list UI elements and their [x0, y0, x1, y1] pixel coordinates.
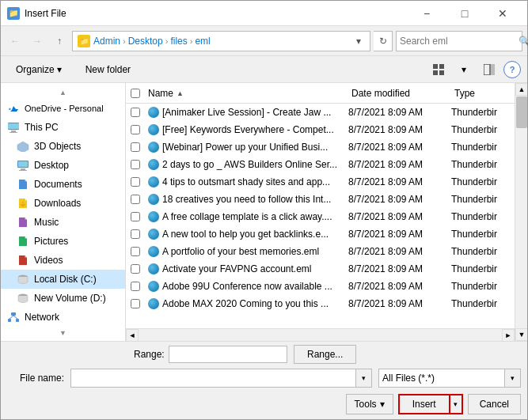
file-date-6: 8/7/2021 8:09 AM	[348, 211, 451, 222]
view-options-button[interactable]	[427, 59, 450, 80]
range-button[interactable]: Range...	[294, 345, 356, 364]
svg-rect-4	[484, 64, 490, 75]
svg-rect-7	[8, 123, 19, 129]
scroll-thumb[interactable]	[516, 96, 527, 128]
breadcrumb-eml[interactable]: eml	[195, 36, 210, 47]
sidebar-item-videos[interactable]: Videos	[1, 251, 125, 270]
sidebar-item-thispc[interactable]: This PC	[1, 118, 125, 137]
sidebar-item-network[interactable]: Network	[1, 308, 125, 327]
cancel-button[interactable]: Cancel	[468, 394, 521, 414]
filename-dropdown-button[interactable]: ▾	[356, 369, 372, 388]
row-checkbox-7[interactable]	[126, 229, 145, 239]
breadcrumb-files[interactable]: files	[170, 36, 187, 47]
col-date-header[interactable]: Date modified	[348, 88, 451, 99]
row-checkbox-9[interactable]	[126, 264, 145, 274]
organize-button[interactable]: Organize ▾	[7, 59, 70, 80]
table-row[interactable]: A free collage template is a click away.…	[126, 208, 515, 225]
scroll-left-button[interactable]: ◄	[126, 329, 139, 342]
table-row[interactable]: Adobe MAX 2020 Coming to you this ... 8/…	[126, 295, 515, 312]
breadcrumb-dropdown[interactable]: ▾	[352, 32, 365, 51]
sidebar-item-onedrive[interactable]: OneDrive - Personal	[1, 99, 125, 118]
row-checkbox-3[interactable]	[126, 160, 145, 169]
select-all-checkbox[interactable]	[131, 89, 140, 98]
scroll-up-button[interactable]: ▲	[515, 83, 527, 96]
col-type-header[interactable]: Type	[451, 88, 515, 99]
file-type-3: Thunderbir	[451, 159, 515, 170]
table-row[interactable]: 18 creatives you need to follow this Int…	[126, 191, 515, 208]
sidebar-scroll-down[interactable]: ▼	[1, 327, 125, 339]
sidebar-item-music[interactable]: Music	[1, 213, 125, 232]
row-checkbox-8[interactable]	[126, 247, 145, 256]
maximize-button[interactable]: □	[446, 1, 483, 26]
insert-button-group: Insert ▾	[398, 394, 463, 414]
sidebar-item-3dobjects[interactable]: 3D Objects	[1, 137, 125, 156]
row-checkbox-1[interactable]	[126, 125, 145, 134]
filetype-display[interactable]: All Files (*.*)	[378, 369, 505, 388]
svg-rect-0	[433, 64, 438, 69]
table-row[interactable]: [Free] Keywords Everywhere - Compet... 8…	[126, 121, 515, 138]
sidebar-scroll-up[interactable]: ▲	[1, 86, 125, 99]
organize-label: Organize	[16, 64, 55, 75]
forward-button[interactable]: →	[28, 32, 47, 51]
help-button[interactable]: ?	[503, 61, 521, 78]
filename-input[interactable]	[70, 369, 356, 388]
refresh-button[interactable]: ↻	[374, 31, 393, 51]
breadcrumb-bar[interactable]: 📁 Admin › Desktop › files › eml ▾	[72, 31, 370, 51]
row-checkbox-10[interactable]	[126, 282, 145, 291]
new-folder-button[interactable]: New folder	[77, 59, 139, 80]
file-name-9: Activate your FAVPNG account.eml	[159, 263, 348, 274]
close-button[interactable]: ✕	[484, 1, 521, 26]
file-name-7: A new tool to help you get backlinks.e..…	[159, 229, 348, 240]
col-name-header[interactable]: Name ▲	[145, 88, 348, 99]
row-checkbox-5[interactable]	[126, 195, 145, 204]
breadcrumb-desktop[interactable]: Desktop	[128, 36, 163, 47]
insert-dropdown-button[interactable]: ▾	[449, 394, 463, 414]
table-row[interactable]: Activate your FAVPNG account.eml 8/7/202…	[126, 260, 515, 278]
row-checkbox-2[interactable]	[126, 142, 145, 152]
scroll-right-button[interactable]: ►	[502, 329, 515, 342]
row-checkbox-6[interactable]	[126, 212, 145, 221]
insert-button[interactable]: Insert	[398, 394, 449, 414]
table-row[interactable]: A portfolio of your best memories.eml 8/…	[126, 243, 515, 260]
horizontal-scrollbar[interactable]: ◄ ►	[126, 328, 515, 341]
file-list[interactable]: [Animaker Live Session] - Create Jaw ...…	[126, 104, 515, 328]
sidebar-item-documents[interactable]: Documents	[1, 175, 125, 194]
vertical-scrollbar[interactable]: ▲ ▼	[515, 83, 527, 341]
svg-rect-16	[11, 312, 16, 316]
preview-pane-button[interactable]	[478, 59, 500, 80]
up-button[interactable]: ↑	[50, 32, 69, 51]
search-icon[interactable]: 🔍	[519, 36, 528, 47]
file-area-wrapper: Name ▲ Date modified Type [Animaker	[126, 83, 527, 341]
sidebar-item-downloads[interactable]: Downloads	[1, 194, 125, 213]
file-icon-8	[148, 246, 159, 257]
filetype-dropdown-button[interactable]: ▾	[505, 369, 521, 388]
file-icon-4	[148, 176, 159, 187]
tools-button[interactable]: Tools ▾	[346, 394, 393, 414]
table-row[interactable]: Adobe 99U Conference now available ... 8…	[126, 278, 515, 295]
row-checkbox-11[interactable]	[126, 299, 145, 308]
breadcrumb-admin[interactable]: Admin	[93, 36, 120, 47]
sidebar-item-newd[interactable]: New Volume (D:)	[1, 289, 125, 308]
table-row[interactable]: [Animaker Live Session] - Create Jaw ...…	[126, 104, 515, 121]
back-button[interactable]: ←	[6, 32, 25, 51]
search-input[interactable]	[400, 36, 519, 47]
file-name-4: 4 tips to outsmart shady sites and app..…	[159, 176, 348, 187]
scroll-track-h[interactable]	[139, 329, 502, 341]
view-dropdown-button[interactable]: ▾	[453, 59, 475, 80]
filetype-select-wrap: All Files (*.*) ▾	[378, 369, 521, 388]
table-row[interactable]: [Webinar] Power up your Unified Busi... …	[126, 138, 515, 156]
table-row[interactable]: A new tool to help you get backlinks.e..…	[126, 225, 515, 243]
row-checkbox-0[interactable]	[126, 108, 145, 117]
range-input[interactable]	[169, 346, 287, 363]
sidebar-item-desktop[interactable]: Desktop	[1, 156, 125, 175]
row-checkbox-4[interactable]	[126, 177, 145, 187]
sidebar-item-localc[interactable]: Local Disk (C:)	[1, 270, 125, 289]
scroll-track-v[interactable]	[515, 96, 527, 328]
sidebar-item-pictures[interactable]: Pictures	[1, 232, 125, 251]
sidebar-label-downloads: Downloads	[34, 198, 81, 209]
table-row[interactable]: 4 tips to outsmart shady sites and app..…	[126, 173, 515, 191]
scroll-down-button[interactable]: ▼	[515, 328, 527, 341]
table-row[interactable]: 2 days to go _ AWS Builders Online Ser..…	[126, 156, 515, 173]
svg-rect-18	[16, 319, 19, 322]
minimize-button[interactable]: −	[408, 1, 445, 26]
